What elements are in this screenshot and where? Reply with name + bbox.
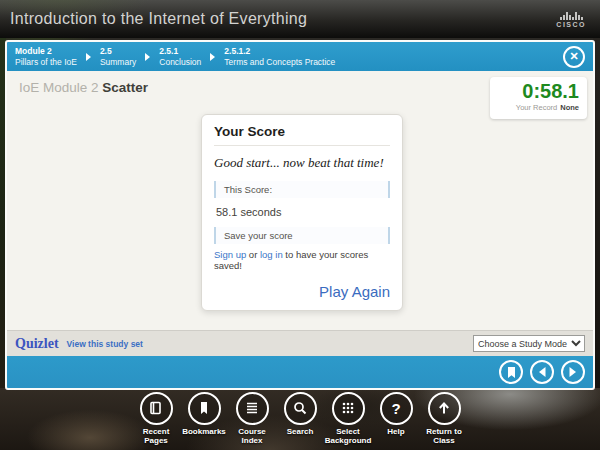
up-arrow-icon <box>428 392 461 425</box>
dialog-title: Your Score <box>214 124 390 146</box>
breadcrumb-module[interactable]: Module 2 Pillars of the IoE <box>15 46 77 67</box>
log-in-link[interactable]: log in <box>260 249 283 260</box>
dialog-message: Good start... now beat that time! <box>214 155 390 171</box>
question-icon: ? <box>380 392 413 425</box>
timer-value: 0:58.1 <box>522 79 579 103</box>
study-mode-select[interactable]: Choose a Study Mode <box>473 335 585 352</box>
list-icon <box>236 392 269 425</box>
cisco-wordmark: CISCO <box>556 21 586 28</box>
course-index-button[interactable]: Course Index <box>228 392 276 445</box>
course-title: Introduction to the Internet of Everythi… <box>10 10 307 28</box>
player-control-bar <box>7 356 593 388</box>
bookmarks-button[interactable]: Bookmarks <box>180 392 228 445</box>
cisco-bridge-icon <box>560 10 583 20</box>
search-button[interactable]: Search <box>276 392 324 445</box>
save-score-label: Save your score <box>214 227 390 244</box>
this-score-label: This Score: <box>214 181 390 198</box>
chevron-right-icon <box>210 53 215 61</box>
recent-pages-button[interactable]: Recent Pages <box>132 392 180 445</box>
sign-up-link[interactable]: Sign up <box>214 249 246 260</box>
previous-arrow-icon <box>537 366 547 378</box>
record-label: Your Record <box>516 103 557 112</box>
search-icon <box>284 392 317 425</box>
view-study-set-link[interactable]: View this study set <box>67 339 143 349</box>
next-page-button[interactable] <box>561 360 585 384</box>
close-icon[interactable]: ✕ <box>563 46 585 68</box>
page-title: IoE Module 2 Scatter <box>19 80 148 95</box>
bookmark-page-button[interactable] <box>499 360 523 384</box>
activity-area: IoE Module 2 Scatter 0:58.1 Your RecordN… <box>7 71 593 330</box>
play-again-button[interactable]: Play Again <box>214 283 390 300</box>
breadcrumb-practice[interactable]: 2.5.1.2 Terms and Concepts Practice <box>224 46 335 67</box>
quizlet-logo[interactable]: Quizlet <box>15 336 59 352</box>
content-window: Module 2 Pillars of the IoE 2.5 Summary … <box>5 40 595 390</box>
next-arrow-icon <box>568 366 578 378</box>
pages-icon <box>140 392 173 425</box>
save-hint: Sign up or log in to have your scores sa… <box>214 249 390 271</box>
title-bar: Introduction to the Internet of Everythi… <box>0 0 600 38</box>
bookmark-icon <box>188 392 221 425</box>
grid-icon <box>332 392 365 425</box>
return-to-class-button[interactable]: Return to Class <box>420 392 468 445</box>
page-title-activity: Scatter <box>102 80 148 95</box>
breadcrumb-summary[interactable]: 2.5 Summary <box>100 46 136 67</box>
previous-page-button[interactable] <box>530 360 554 384</box>
record-value: None <box>560 103 579 112</box>
bottom-nav: Recent Pages Bookmarks Course Index Sear… <box>132 392 468 445</box>
breadcrumb-conclusion[interactable]: 2.5.1 Conclusion <box>159 46 201 67</box>
bookmark-icon <box>506 366 517 379</box>
select-background-button[interactable]: Select Background <box>324 392 372 445</box>
score-dialog: Your Score Good start... now beat that t… <box>201 114 403 311</box>
cisco-logo: CISCO <box>556 10 590 28</box>
chevron-right-icon <box>145 53 150 61</box>
timer-card: 0:58.1 Your RecordNone <box>490 77 587 119</box>
quizlet-bar: Quizlet View this study set Choose a Stu… <box>7 330 593 356</box>
record-line: Your RecordNone <box>516 103 579 112</box>
chevron-right-icon <box>86 53 91 61</box>
this-score-value: 58.1 seconds <box>214 203 390 222</box>
page-title-module: IoE Module 2 <box>19 80 99 95</box>
help-button[interactable]: ? Help <box>372 392 420 445</box>
breadcrumb: Module 2 Pillars of the IoE 2.5 Summary … <box>7 42 593 71</box>
